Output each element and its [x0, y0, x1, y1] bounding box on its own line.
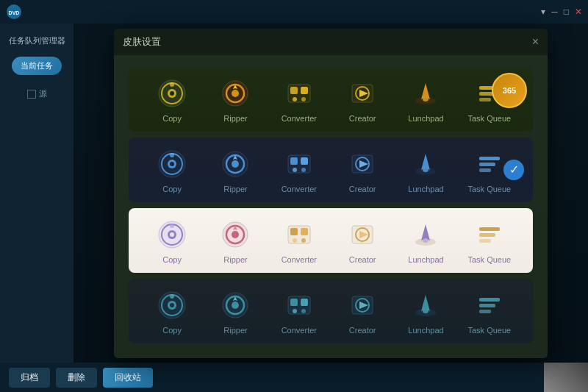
ripper-label-1: Ripper: [223, 114, 247, 123]
skin-item-copy-3: Copy: [140, 217, 204, 264]
skin-item-lunchpad-2: Lunchpad: [394, 146, 457, 193]
svg-point-72: [170, 303, 174, 307]
taskqueue-label-1: Task Queue: [467, 114, 511, 123]
skin-row-dark-blue[interactable]: Copy Ripper: [129, 138, 533, 202]
skin-item-creator-3: Creator: [331, 217, 394, 264]
close-icon[interactable]: ✕: [575, 7, 582, 17]
skin-item-creator-2: Creator: [331, 146, 394, 193]
svg-marker-86: [421, 295, 430, 311]
top-bar-right: ▾ ─ □ ✕: [541, 7, 582, 17]
svg-rect-79: [301, 299, 308, 306]
delete-button[interactable]: 删除: [56, 368, 97, 388]
source-section: 源: [27, 88, 47, 99]
skin-item-converter-1: Converter: [268, 76, 331, 123]
taskqueue-icon-wrap-3: [472, 217, 507, 252]
skin-item-taskqueue-4: Task Queue: [458, 288, 521, 335]
skin-item-lunchpad-1: Lunchpad: [394, 76, 457, 123]
sidebar: 任务队列管理器 当前任务 源: [0, 24, 74, 363]
taskqueue-label-4: Task Queue: [467, 326, 511, 335]
svg-rect-34: [290, 157, 298, 165]
bottom-bar: 归档 删除 回收站: [0, 363, 588, 392]
skin-item-creator-4: Creator: [331, 288, 394, 335]
copy-icon-4: [157, 291, 187, 320]
bottom-right-thumbnail: [544, 363, 588, 392]
maximize-icon[interactable]: □: [564, 7, 569, 17]
ripper-icon-3: [220, 220, 250, 249]
sidebar-title: 任务队列管理器: [3, 35, 71, 46]
skin-item-ripper-1: Ripper: [204, 76, 267, 123]
svg-rect-12: [301, 87, 308, 94]
thumbnail-image: [544, 363, 588, 392]
recycle-button[interactable]: 回收站: [103, 368, 153, 388]
svg-rect-24: [479, 98, 491, 101]
svg-point-58: [293, 238, 297, 243]
source-checkbox[interactable]: [27, 90, 36, 99]
badge-365: 365: [492, 73, 527, 108]
svg-point-81: [301, 309, 306, 313]
taskqueue-icon-wrap-2: [472, 146, 507, 182]
dialog-close-button[interactable]: ×: [532, 36, 539, 48]
copy-label-1: Copy: [162, 114, 182, 123]
lunchpad-label-2: Lunchpad: [408, 185, 443, 193]
svg-rect-57: [301, 228, 308, 235]
converter-label-2: Converter: [282, 185, 317, 193]
svg-point-51: [170, 224, 174, 228]
converter-icon-wrap-4: [282, 288, 317, 323]
copy-label-3: Copy: [162, 255, 182, 264]
svg-rect-56: [290, 228, 298, 235]
taskqueue-label-2: Task Queue: [467, 185, 511, 193]
creator-icon-4: [348, 291, 377, 320]
copy-icon-3: [157, 220, 187, 249]
svg-point-5: [170, 91, 174, 96]
creator-label-2: Creator: [349, 185, 376, 193]
taskqueue-icon-wrap-4: [472, 288, 507, 323]
copy-icon-1: [157, 79, 187, 108]
copy-icon-wrap-3: [154, 217, 190, 252]
minimize-icon[interactable]: ─: [551, 7, 558, 17]
skin-item-ripper-4: Ripper: [204, 288, 267, 335]
lunchpad-icon-1: [411, 79, 440, 108]
current-task-button[interactable]: 当前任务: [12, 57, 62, 75]
lunchpad-icon-4: [411, 291, 440, 320]
creator-label-1: Creator: [349, 114, 376, 123]
skin-dialog: 皮肤设置 ×: [114, 29, 548, 358]
svg-point-13: [293, 97, 297, 101]
svg-point-65: [423, 238, 429, 243]
converter-icon-wrap-1: [282, 76, 317, 111]
skin-row-light[interactable]: Copy Ripper: [129, 208, 533, 273]
converter-label-4: Converter: [282, 326, 317, 335]
svg-point-14: [301, 97, 306, 101]
converter-icon-3: [284, 220, 314, 249]
dialog-titlebar: 皮肤设置 ×: [114, 29, 548, 55]
creator-icon-3: [348, 220, 377, 249]
skin-item-converter-3: Converter: [268, 217, 331, 264]
svg-rect-46: [479, 168, 491, 172]
svg-marker-19: [421, 83, 430, 99]
converter-icon-1: [284, 79, 314, 108]
converter-icon-wrap-2: [282, 146, 317, 182]
skin-item-copy-4: Copy: [140, 288, 204, 335]
copy-icon-wrap-2: [154, 146, 190, 182]
svg-point-73: [170, 294, 174, 299]
lunchpad-icon-3: [411, 220, 440, 249]
skin-item-copy-2: Copy: [140, 146, 204, 193]
svg-rect-78: [290, 299, 298, 306]
lunchpad-icon-wrap-3: [408, 217, 443, 252]
skin-item-copy-1: Copy: [140, 76, 204, 123]
svg-point-43: [423, 168, 429, 172]
creator-label-4: Creator: [349, 326, 376, 335]
creator-icon-1: [348, 79, 377, 108]
skin-item-lunchpad-4: Lunchpad: [394, 288, 457, 335]
skin-row-dark-gold[interactable]: Copy Ripper: [129, 67, 533, 132]
svg-marker-42: [421, 154, 430, 170]
ripper-icon-2: [220, 149, 250, 179]
copy-label-4: Copy: [162, 326, 182, 335]
ripper-icon-wrap-3: [218, 217, 253, 252]
top-bar-left: DVD: [6, 4, 22, 20]
copy-label-2: Copy: [162, 185, 182, 193]
creator-icon-wrap-3: [345, 217, 380, 252]
ripper-icon-wrap-2: [218, 146, 253, 182]
lunchpad-label-1: Lunchpad: [408, 114, 443, 123]
skin-row-dark-teal[interactable]: Copy Ripper: [129, 279, 533, 343]
archive-button[interactable]: 归档: [9, 368, 50, 388]
